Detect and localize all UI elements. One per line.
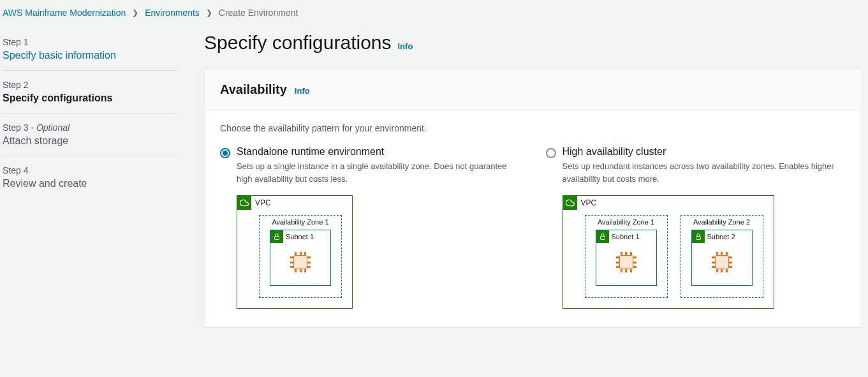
diagram-ha: VPC Availability Zone 1: [563, 195, 846, 309]
availability-zone-box: Availability Zone 2: [680, 215, 763, 298]
cpu-chip-icon: [712, 252, 732, 272]
option-description: Sets up redundant instances across two a…: [563, 160, 846, 185]
vpc-box: VPC Availability Zone 1: [237, 195, 353, 309]
lock-icon: [270, 230, 283, 243]
page-heading: Specify configurations: [204, 32, 392, 54]
vpc-label: VPC: [577, 197, 601, 209]
subnet-box: Subnet 1: [270, 230, 331, 286]
wizard-step-2[interactable]: Step 2 Specify configurations: [3, 71, 176, 114]
wizard-sidebar: Step 1 Specify basic information Step 2 …: [0, 28, 179, 327]
subnet-label: Subnet 1: [283, 232, 316, 242]
wizard-step-3[interactable]: Step 3 - Optional Attach storage: [3, 114, 176, 156]
cloud-icon: [237, 196, 251, 210]
availability-panel: Availability Info Choose the availabilit…: [204, 69, 862, 327]
subnet-label: Subnet 2: [705, 232, 738, 242]
breadcrumb-link-environments[interactable]: Environments: [145, 8, 200, 18]
panel-description: Choose the availability pattern for your…: [220, 123, 846, 133]
option-description: Sets up a single instance in a single av…: [237, 160, 520, 185]
chevron-right-icon: ❯: [206, 8, 212, 17]
svg-rect-0: [275, 237, 279, 240]
breadcrumb-link-service[interactable]: AWS Mainframe Modernization: [3, 8, 126, 18]
vpc-box: VPC Availability Zone 1: [563, 195, 774, 309]
wizard-step-4[interactable]: Step 4 Review and create: [3, 156, 176, 198]
page-title: Specify configurations Info: [204, 32, 862, 54]
step-label: Step 3 - Optional: [3, 122, 176, 133]
panel-title: Availability: [220, 82, 287, 97]
radio-standalone[interactable]: Standalone runtime environment Sets up a…: [220, 146, 520, 185]
az-label: Availability Zone 1: [260, 216, 341, 230]
breadcrumb: AWS Mainframe Modernization ❯ Environmen…: [0, 6, 868, 28]
option-title: Standalone runtime environment: [237, 146, 520, 158]
option-title: High availability cluster: [563, 146, 846, 158]
lock-icon: [596, 230, 609, 243]
radio-high-availability[interactable]: High availability cluster Sets up redund…: [546, 146, 846, 185]
diagram-standalone: VPC Availability Zone 1: [237, 195, 520, 309]
svg-rect-1: [600, 237, 605, 240]
radio-icon: [546, 148, 556, 158]
step-label: Step 2: [3, 80, 176, 90]
step-label: Step 4: [3, 165, 176, 175]
step-title: Review and create: [3, 178, 176, 189]
step-title: Attach storage: [3, 135, 176, 147]
wizard-step-1[interactable]: Step 1 Specify basic information: [3, 28, 176, 71]
chevron-right-icon: ❯: [132, 8, 138, 17]
vpc-label: VPC: [251, 197, 275, 209]
availability-zone-box: Availability Zone 1: [585, 215, 668, 298]
step-label: Step 1: [3, 37, 176, 47]
subnet-label: Subnet 1: [609, 232, 642, 242]
lock-icon: [692, 230, 705, 243]
step-title: Specify basic information: [3, 50, 176, 61]
panel-header: Availability Info: [205, 70, 861, 110]
cpu-chip-icon: [290, 252, 311, 272]
option-standalone: Standalone runtime environment Sets up a…: [220, 146, 520, 309]
availability-zone-box: Availability Zone 1: [259, 215, 342, 298]
step-title: Specify configurations: [3, 92, 176, 104]
az-label: Availability Zone 1: [585, 216, 667, 230]
info-link[interactable]: Info: [398, 41, 413, 51]
main-content: Specify configurations Info Availability…: [204, 28, 868, 327]
cpu-chip-icon: [616, 252, 636, 272]
subnet-box: Subnet 1: [596, 230, 657, 286]
breadcrumb-current: Create Environment: [219, 8, 298, 18]
subnet-box: Subnet 2: [691, 230, 753, 286]
option-high-availability: High availability cluster Sets up redund…: [546, 146, 846, 309]
radio-icon: [220, 148, 230, 158]
svg-rect-2: [696, 237, 700, 240]
info-link[interactable]: Info: [295, 86, 310, 96]
cloud-icon: [563, 196, 577, 210]
az-label: Availability Zone 2: [681, 216, 763, 230]
